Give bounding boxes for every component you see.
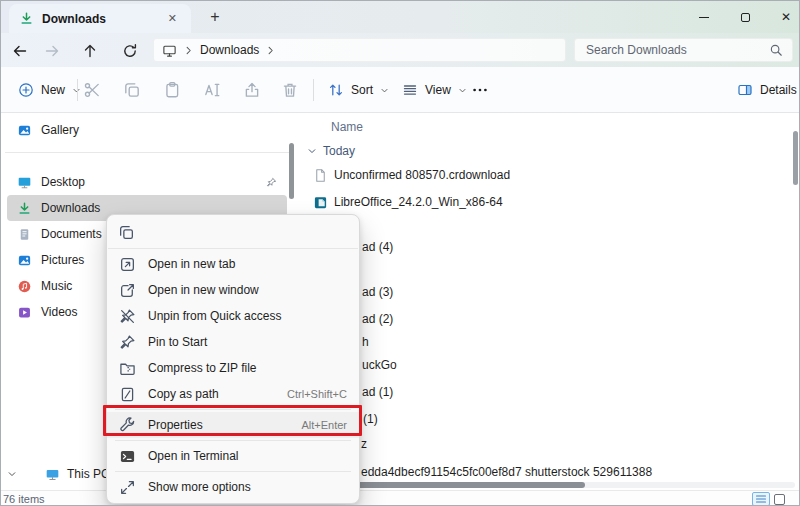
file-name-fragment[interactable]: ad (4): [362, 240, 393, 254]
tab-title: Downloads: [42, 12, 164, 26]
toolbar-divider: [313, 79, 314, 101]
new-tab-button[interactable]: +: [204, 6, 226, 28]
menu-item-pin-to-start[interactable]: Pin to Start: [107, 329, 359, 355]
menu-item-unpin-from-quick-access[interactable]: Unpin from Quick access: [107, 303, 359, 329]
file-name: Unconfirmed 808570.crdownload: [334, 168, 510, 182]
back-button[interactable]: [7, 40, 33, 62]
maximize-button[interactable]: [725, 1, 765, 33]
documents-icon: [17, 227, 32, 242]
file-name: LibreOffice_24.2.0_Win_x86-64: [334, 195, 503, 209]
view-icon: [402, 82, 418, 98]
new-label: New: [41, 83, 65, 97]
details-button[interactable]: Details: [728, 74, 800, 106]
up-button[interactable]: [77, 40, 103, 62]
sidebar-item-gallery[interactable]: Gallery: [7, 117, 287, 143]
pinned-icon: [266, 177, 277, 188]
chevron-down-icon: [380, 86, 389, 95]
details-pane-icon: [737, 82, 753, 98]
menu-item-label: Copy as path: [148, 387, 275, 401]
thumbnail-view-toggle[interactable]: [774, 494, 785, 505]
maximize-icon: [741, 13, 750, 22]
file-name-fragment[interactable]: uckGo: [362, 358, 397, 372]
paste-icon[interactable]: [163, 81, 181, 99]
menu-item-open-in-new-tab[interactable]: Open in new tab: [107, 251, 359, 277]
command-bar: New Sort View: [1, 67, 800, 113]
copy-icon[interactable]: [118, 224, 135, 241]
chevron-down-icon: [307, 146, 317, 156]
menu-item-compress-to-zip[interactable]: Compress to ZIP file: [107, 355, 359, 381]
file-name-fragment[interactable]: ad (1): [362, 385, 393, 399]
desktop-icon: [17, 175, 32, 190]
delete-icon[interactable]: [281, 81, 299, 99]
highlight-box: [103, 405, 362, 436]
sort-icon: [328, 82, 344, 98]
address-bar[interactable]: Downloads: [153, 38, 566, 62]
items-count: 76 items: [3, 493, 45, 505]
sidebar-item-desktop[interactable]: Desktop: [7, 169, 287, 195]
copy-as-path-icon: [119, 386, 136, 403]
forward-button[interactable]: [39, 40, 65, 62]
new-plus-icon: [18, 82, 34, 98]
file-name-fragment[interactable]: h: [362, 335, 369, 349]
details-label: Details: [760, 83, 797, 97]
toolbar-divider: [77, 79, 78, 101]
sidebar-item-label: Videos: [41, 305, 77, 319]
sidebar-divider: [5, 152, 293, 153]
minimize-button[interactable]: [684, 1, 724, 33]
menu-item-open-in-new-window[interactable]: Open in new window: [107, 277, 359, 303]
downloads-icon: [17, 201, 32, 216]
zip-folder-icon: [119, 360, 136, 377]
file-name-fragment[interactable]: ad (3): [362, 285, 393, 299]
share-icon[interactable]: [243, 81, 261, 99]
gallery-icon: [17, 123, 32, 138]
unpin-icon: [119, 308, 136, 325]
file-name-fragment[interactable]: z: [361, 437, 367, 451]
file-row[interactable]: Unconfirmed 808570.crdownload: [313, 165, 510, 185]
file-name-fragment[interactable]: edda4dbecf91154c5fc00ef8d7 shutterstock …: [361, 465, 652, 479]
context-menu: Open in new tab Open in new window Unpin…: [106, 214, 360, 504]
menu-item-show-more-options[interactable]: Show more options: [107, 474, 359, 500]
titlebar: Downloads ✕ + ✕: [1, 1, 800, 33]
filelist-vertical-scrollbar[interactable]: [793, 131, 798, 185]
search-box[interactable]: [574, 38, 793, 62]
menu-item-copy-as-path[interactable]: Copy as path Ctrl+Shift+C: [107, 381, 359, 407]
chevron-down-icon: [458, 86, 467, 95]
libreoffice-installer-icon: [313, 195, 328, 210]
file-name-fragment[interactable]: ad (2): [362, 312, 393, 326]
group-header-today[interactable]: Today: [307, 144, 355, 158]
column-header-name[interactable]: Name: [331, 120, 363, 134]
view-label: View: [425, 83, 451, 97]
copy-icon[interactable]: [123, 81, 141, 99]
more-options-icon[interactable]: [471, 81, 489, 99]
videos-icon: [17, 305, 32, 320]
tab-close-icon[interactable]: ✕: [164, 11, 181, 26]
rename-icon[interactable]: [203, 81, 221, 99]
open-new-tab-icon: [119, 256, 136, 273]
cut-icon[interactable]: [83, 81, 101, 99]
navigation-bar: Downloads: [1, 33, 800, 67]
menu-item-open-in-terminal[interactable]: Open in Terminal: [107, 443, 359, 469]
refresh-button[interactable]: [117, 40, 143, 62]
open-new-window-icon: [119, 282, 136, 299]
chevron-down-icon: [7, 469, 17, 479]
view-button[interactable]: View: [393, 74, 476, 106]
pin-icon: [119, 334, 136, 351]
menu-item-label: Open in new tab: [148, 257, 335, 271]
file-name-fragment[interactable]: (1): [363, 412, 378, 426]
search-input[interactable]: [584, 42, 769, 58]
close-button[interactable]: ✕: [766, 1, 800, 33]
menu-separator: [115, 440, 351, 441]
sort-label: Sort: [351, 83, 373, 97]
details-view-toggle[interactable]: [752, 492, 770, 506]
menu-divider: [108, 248, 358, 249]
sidebar-item-this-pc[interactable]: This PC: [7, 461, 110, 487]
file-row[interactable]: LibreOffice_24.2.0_Win_x86-64: [313, 192, 503, 212]
sidebar-item-label: This PC: [67, 467, 110, 481]
breadcrumb-location[interactable]: Downloads: [200, 43, 259, 57]
generic-file-icon: [313, 168, 328, 183]
sort-button[interactable]: Sort: [319, 74, 398, 106]
sidebar-scrollbar[interactable]: [289, 143, 294, 199]
explorer-tab[interactable]: Downloads ✕: [9, 4, 191, 33]
this-pc-icon: [162, 43, 177, 58]
this-pc-monitor-icon: [45, 467, 60, 482]
